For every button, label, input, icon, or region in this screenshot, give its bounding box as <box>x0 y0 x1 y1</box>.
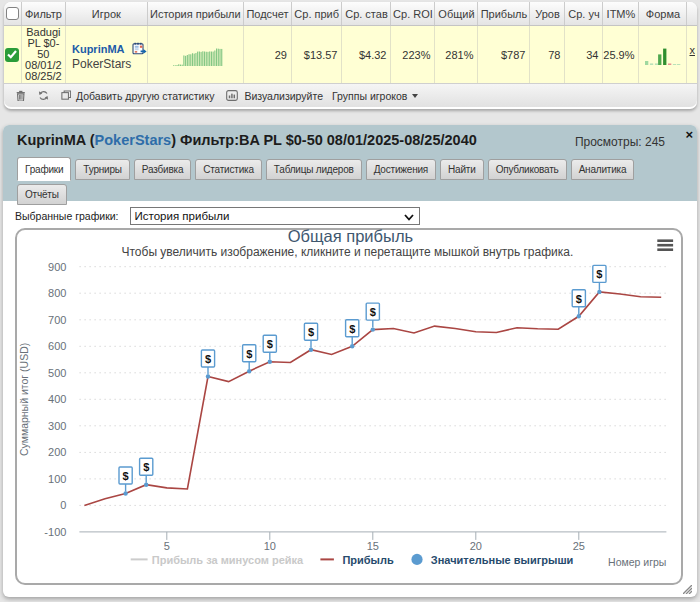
svg-text:$: $ <box>308 326 314 338</box>
svg-text:15: 15 <box>366 540 378 552</box>
svg-text:$: $ <box>349 322 355 334</box>
svg-text:Чтобы увеличить изображение, к: Чтобы увеличить изображение, кликните и … <box>121 245 573 259</box>
svg-text:$: $ <box>575 292 581 304</box>
svg-text:5: 5 <box>163 540 169 552</box>
svg-text:600: 600 <box>48 340 66 352</box>
svg-text:500: 500 <box>48 366 66 378</box>
svg-text:$: $ <box>266 338 272 350</box>
svg-text:0: 0 <box>60 499 66 511</box>
svg-text:100: 100 <box>48 472 66 484</box>
svg-text:400: 400 <box>48 393 66 405</box>
svg-text:200: 200 <box>48 446 66 458</box>
svg-text:$: $ <box>369 305 375 317</box>
svg-text:Общая прибыль: Общая прибыль <box>287 228 412 245</box>
svg-text:$: $ <box>246 347 252 359</box>
svg-text:10: 10 <box>263 540 275 552</box>
svg-text:25: 25 <box>572 540 584 552</box>
svg-text:Значительные выигрыши: Значительные выигрыши <box>430 553 573 565</box>
svg-text:Прибыль за минусом рейка: Прибыль за минусом рейка <box>151 553 303 565</box>
svg-text:$: $ <box>205 352 211 364</box>
svg-text:Суммарный итог (USD): Суммарный итог (USD) <box>18 342 30 455</box>
svg-text:$: $ <box>143 461 149 473</box>
svg-text:300: 300 <box>48 419 66 431</box>
svg-text:$: $ <box>122 469 128 481</box>
svg-text:700: 700 <box>48 313 66 325</box>
svg-text:20: 20 <box>469 540 481 552</box>
svg-text:Прибыль: Прибыль <box>342 553 394 565</box>
svg-text:800: 800 <box>48 287 66 299</box>
svg-text:900: 900 <box>48 260 66 272</box>
svg-text:-100: -100 <box>44 525 66 537</box>
svg-text:Номер игры: Номер игры <box>608 556 666 568</box>
svg-text:$: $ <box>596 268 602 280</box>
